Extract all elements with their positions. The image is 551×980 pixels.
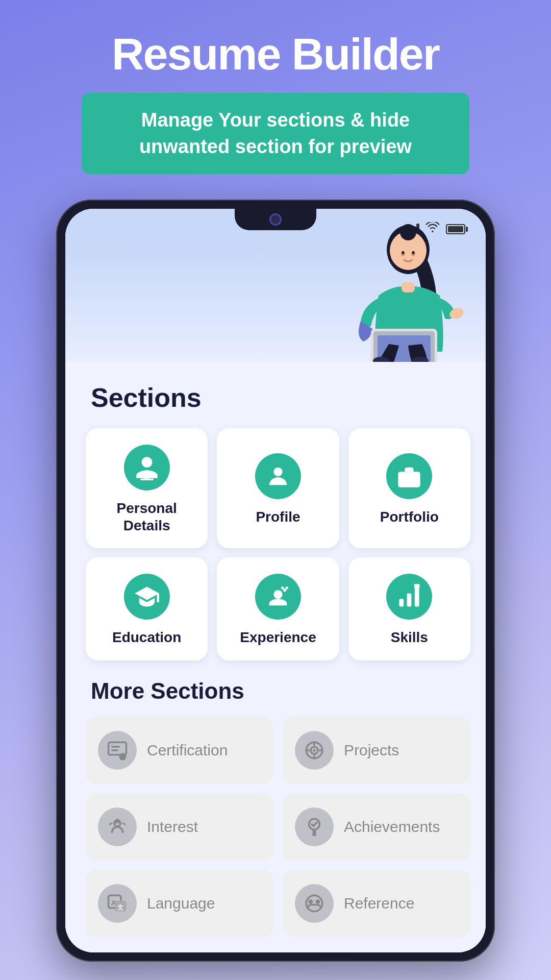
certification-icon-circle xyxy=(98,731,137,770)
more-section-label-achievements: Achievements xyxy=(344,818,440,836)
more-section-label-interest: Interest xyxy=(147,818,198,836)
phone-screen: Sections Personal Detai xyxy=(65,209,486,952)
section-label-portfolio: Portfolio xyxy=(380,508,439,526)
more-section-card-reference[interactable]: Reference xyxy=(283,870,470,937)
more-section-label-projects: Projects xyxy=(344,742,399,759)
portfolio-icon xyxy=(396,463,422,489)
svg-rect-16 xyxy=(140,479,154,480)
svg-rect-20 xyxy=(409,477,416,479)
section-label-experience: Experience xyxy=(240,629,316,646)
profile-icon-circle xyxy=(255,453,301,499)
svg-rect-21 xyxy=(409,480,414,482)
svg-rect-27 xyxy=(407,594,412,607)
svg-point-45 xyxy=(309,899,313,904)
notch xyxy=(235,209,316,230)
phone-frame: Sections Personal Detai xyxy=(56,200,495,962)
subtitle-text: Manage Your sections & hide unwanted sec… xyxy=(102,107,449,160)
svg-point-36 xyxy=(313,749,315,751)
svg-point-17 xyxy=(273,467,282,476)
portfolio-icon-circle xyxy=(386,453,432,499)
more-section-card-language[interactable]: A 文 Language xyxy=(86,870,273,937)
section-card-personal-details[interactable]: Personal Details xyxy=(86,428,208,548)
svg-point-19 xyxy=(403,476,407,481)
more-sections-grid: Certification Projects xyxy=(86,717,470,937)
section-label-profile: Profile xyxy=(256,508,300,526)
svg-point-23 xyxy=(283,589,287,592)
language-icon: A 文 xyxy=(107,893,128,914)
svg-point-24 xyxy=(286,586,288,589)
svg-point-2 xyxy=(400,224,416,240)
projects-icon-circle xyxy=(295,731,334,770)
section-card-portfolio[interactable]: Portfolio xyxy=(348,428,470,548)
experience-icon-circle xyxy=(255,574,301,620)
more-section-card-interest[interactable]: Interest xyxy=(86,793,273,861)
section-label-education: Education xyxy=(112,629,181,646)
subtitle-banner: Manage Your sections & hide unwanted sec… xyxy=(82,93,469,174)
camera-dot xyxy=(269,213,282,226)
education-icon xyxy=(134,583,160,610)
svg-rect-39 xyxy=(313,829,316,836)
profile-icon xyxy=(265,463,291,489)
app-title: Resume Builder xyxy=(31,31,520,78)
svg-point-22 xyxy=(273,590,282,599)
reference-icon-circle xyxy=(295,884,334,923)
more-section-label-reference: Reference xyxy=(344,895,414,912)
svg-point-7 xyxy=(402,251,405,254)
achievements-icon xyxy=(304,816,325,838)
person-icon xyxy=(134,454,160,481)
language-icon-circle: A 文 xyxy=(98,884,137,923)
education-icon-circle xyxy=(124,574,170,620)
svg-point-25 xyxy=(281,586,284,589)
experience-icon xyxy=(265,583,291,610)
svg-point-46 xyxy=(316,899,320,904)
projects-icon xyxy=(304,740,325,761)
section-label-personal-details: Personal Details xyxy=(94,500,199,534)
more-sections-title: More Sections xyxy=(91,678,470,704)
skills-icon-circle xyxy=(386,574,432,620)
sections-title: Sections xyxy=(86,382,470,413)
skills-icon xyxy=(396,583,422,610)
section-card-skills[interactable]: Skills xyxy=(348,557,470,660)
hero-area xyxy=(65,250,486,362)
character-illustration xyxy=(333,219,465,362)
svg-rect-30 xyxy=(109,742,127,755)
svg-rect-14 xyxy=(142,474,151,476)
sections-content: Sections Personal Detai xyxy=(65,362,486,952)
section-label-skills: Skills xyxy=(391,629,428,646)
interest-icon xyxy=(107,816,128,838)
svg-rect-28 xyxy=(415,588,419,607)
more-section-card-certification[interactable]: Certification xyxy=(86,717,273,784)
reference-icon xyxy=(304,893,325,914)
main-sections-row-2: Education Exp xyxy=(86,557,470,660)
main-sections-row-1: Personal Details Profile xyxy=(86,428,470,548)
section-card-profile[interactable]: Profile xyxy=(217,428,339,548)
phone-wrapper: Sections Personal Detai xyxy=(0,189,551,980)
more-section-card-projects[interactable]: Projects xyxy=(283,717,470,784)
section-card-experience[interactable]: Experience xyxy=(217,557,339,660)
svg-point-8 xyxy=(412,251,415,254)
personal-details-icon-circle xyxy=(124,445,170,491)
svg-rect-18 xyxy=(398,472,420,487)
interest-icon-circle xyxy=(98,807,137,846)
more-section-card-achievements[interactable]: Achievements xyxy=(283,793,470,861)
more-section-label-language: Language xyxy=(147,895,215,912)
svg-text:文: 文 xyxy=(117,904,123,911)
svg-rect-4 xyxy=(402,282,415,292)
certificate-icon xyxy=(107,740,128,761)
achievements-icon-circle xyxy=(295,807,334,846)
header: Resume Builder Manage Your sections & hi… xyxy=(0,0,551,189)
more-section-label-certification: Certification xyxy=(147,742,228,759)
svg-rect-26 xyxy=(399,599,404,607)
svg-point-44 xyxy=(306,895,322,912)
section-card-education[interactable]: Education xyxy=(86,557,208,660)
